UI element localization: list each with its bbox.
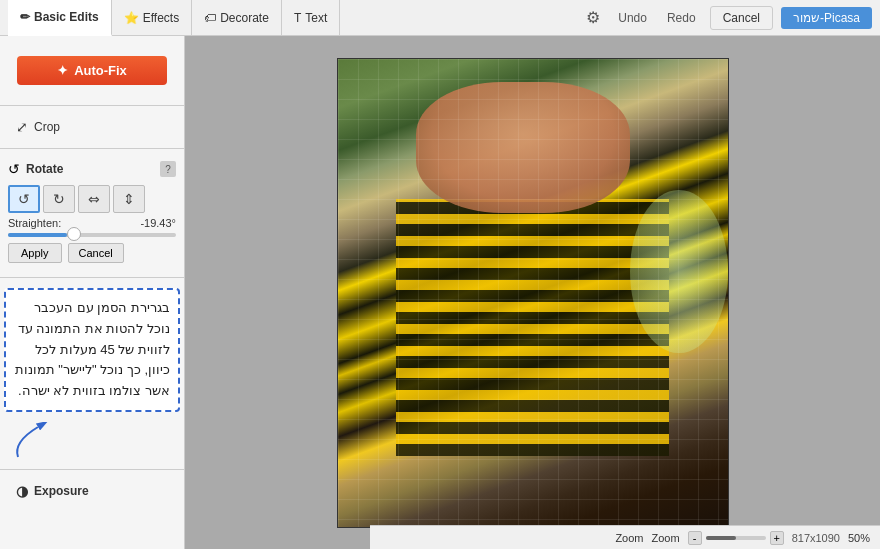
- toolbar-tabs: ✏ Basic Edits ⭐ Effects 🏷 Decorate T Tex…: [8, 0, 340, 36]
- top-toolbar: ✏ Basic Edits ⭐ Effects 🏷 Decorate T Tex…: [0, 0, 880, 36]
- zoom-controls: - +: [688, 531, 784, 545]
- save-button[interactable]: שמור-Picasa: [781, 7, 872, 29]
- tab-decorate[interactable]: 🏷 Decorate: [192, 0, 282, 36]
- exposure-label: Exposure: [34, 484, 89, 498]
- divider-4: [0, 469, 184, 470]
- tab-text[interactable]: T Text: [282, 0, 340, 36]
- crop-icon: ⤢: [16, 119, 28, 135]
- basic-edits-icon: ✏: [20, 10, 30, 24]
- decorate-icon: 🏷: [204, 11, 216, 25]
- text-icon: T: [294, 11, 301, 25]
- canvas-area: Zoom Zoom - + 817x1090 50%: [185, 36, 880, 549]
- rotate-header: ↺ Rotate ?: [8, 157, 176, 181]
- slider-fill: [8, 233, 67, 237]
- rotate-section: ↺ Rotate ? ↺ ↻ ⇔ ⇕ Straighten: -19.43°: [0, 153, 184, 273]
- cancel-button[interactable]: Cancel: [710, 6, 773, 30]
- straighten-slider[interactable]: [8, 233, 176, 237]
- tab-basic-edits-label: Basic Edits: [34, 10, 99, 24]
- slider-thumb[interactable]: [67, 227, 81, 241]
- tab-effects[interactable]: ⭐ Effects: [112, 0, 192, 36]
- zoom-percent: 50%: [848, 532, 870, 544]
- crop-section: ⤢ Crop: [0, 110, 184, 144]
- apply-button[interactable]: Apply: [8, 243, 62, 263]
- bottom-bar: Zoom Zoom - + 817x1090 50%: [370, 525, 880, 549]
- image-container: [337, 58, 729, 528]
- dimensions-text: 817x1090: [792, 532, 840, 544]
- undo-button[interactable]: Undo: [612, 7, 653, 29]
- apply-cancel-row: Apply Cancel: [8, 243, 176, 263]
- zoom-in-button[interactable]: +: [770, 531, 784, 545]
- tab-text-label: Text: [305, 11, 327, 25]
- photo: [338, 59, 728, 527]
- exposure-icon: ◑: [16, 483, 28, 499]
- zoom-label: Zoom: [615, 532, 643, 544]
- flip-v-button[interactable]: ⇕: [113, 185, 145, 213]
- divider-3: [0, 277, 184, 278]
- exposure-section: ◑ Exposure: [0, 474, 184, 508]
- divider-2: [0, 148, 184, 149]
- tab-basic-edits[interactable]: ✏ Basic Edits: [8, 0, 112, 36]
- autofix-label: Auto-Fix: [74, 63, 127, 78]
- straighten-label: Straighten:: [8, 217, 61, 229]
- flip-h-button[interactable]: ⇔: [78, 185, 110, 213]
- crop-item[interactable]: ⤢ Crop: [8, 114, 176, 140]
- rotate-icon: ↺: [8, 161, 20, 177]
- tab-effects-label: Effects: [143, 11, 179, 25]
- settings-button[interactable]: ⚙: [582, 4, 604, 31]
- zoom-bar: [706, 536, 766, 540]
- exposure-item[interactable]: ◑ Exposure: [8, 478, 176, 504]
- main-layout: ✦ Auto-Fix ⤢ Crop ↺ Rotate ? ↺: [0, 36, 880, 549]
- rotate-help-button[interactable]: ?: [160, 161, 176, 177]
- crop-label: Crop: [34, 120, 60, 134]
- slider-track: [8, 233, 176, 237]
- autofix-icon: ✦: [57, 63, 68, 78]
- sidebar: ✦ Auto-Fix ⤢ Crop ↺ Rotate ? ↺: [0, 36, 185, 549]
- sidebar-cancel-button[interactable]: Cancel: [68, 243, 124, 263]
- rotate-buttons: ↺ ↻ ⇔ ⇕: [8, 185, 176, 213]
- straighten-row: Straighten: -19.43°: [8, 217, 176, 229]
- annotation-box: בגרירת הסמן עם העכבר נוכל להטות את התמונ…: [4, 288, 180, 412]
- redo-button[interactable]: Redo: [661, 7, 702, 29]
- rotate-ccw-button[interactable]: ↺: [8, 185, 40, 213]
- tab-decorate-label: Decorate: [220, 11, 269, 25]
- divider-1: [0, 105, 184, 106]
- rotate-cw-button[interactable]: ↻: [43, 185, 75, 213]
- annotation-text: בגרירת הסמן עם העכבר נוכל להטות את התמונ…: [14, 298, 170, 402]
- rotate-label: Rotate: [26, 162, 63, 176]
- effects-icon: ⭐: [124, 11, 139, 25]
- zoom-text: Zoom: [652, 532, 680, 544]
- autofix-button[interactable]: ✦ Auto-Fix: [17, 56, 167, 85]
- arrow-annotation: [8, 422, 68, 462]
- straighten-value: -19.43°: [140, 217, 176, 229]
- zoom-out-button[interactable]: -: [688, 531, 702, 545]
- zoom-fill: [706, 536, 736, 540]
- toolbar-right: ⚙ Undo Redo Cancel שמור-Picasa: [582, 4, 872, 31]
